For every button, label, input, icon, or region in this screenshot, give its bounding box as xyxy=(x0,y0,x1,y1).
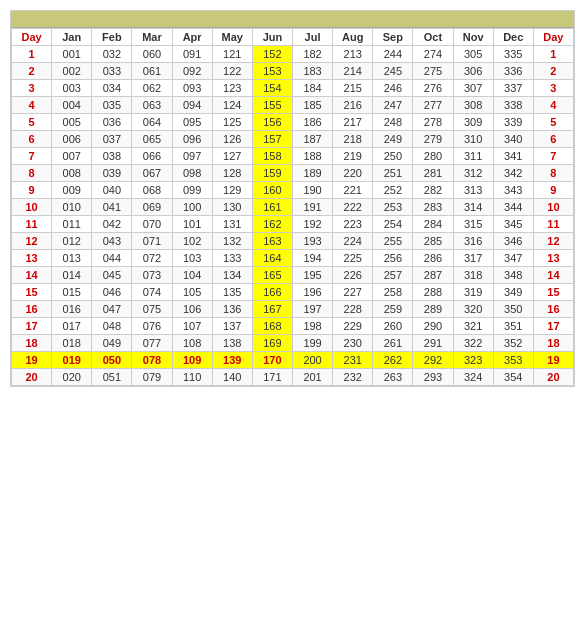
julian-value: 060 xyxy=(132,46,172,63)
day-number-right: 19 xyxy=(533,352,573,369)
julian-value: 320 xyxy=(453,301,493,318)
julian-value: 131 xyxy=(212,216,252,233)
julian-value: 164 xyxy=(252,250,292,267)
julian-value: 196 xyxy=(292,284,332,301)
julian-value: 184 xyxy=(292,80,332,97)
header-jul: Jul xyxy=(292,29,332,46)
table-row: 10010320600911211521822132442743053351 xyxy=(12,46,574,63)
julian-value: 044 xyxy=(92,250,132,267)
julian-value: 313 xyxy=(453,182,493,199)
day-number-left: 18 xyxy=(12,335,52,352)
julian-value: 259 xyxy=(373,301,413,318)
julian-value: 065 xyxy=(132,131,172,148)
julian-value: 109 xyxy=(172,352,212,369)
table-row: 1701704807610713716819822926029032135117 xyxy=(12,318,574,335)
julian-value: 219 xyxy=(333,148,373,165)
julian-value: 154 xyxy=(252,80,292,97)
julian-value: 230 xyxy=(333,335,373,352)
julian-value: 135 xyxy=(212,284,252,301)
julian-value: 309 xyxy=(453,114,493,131)
julian-value: 107 xyxy=(172,318,212,335)
day-number-right: 12 xyxy=(533,233,573,250)
julian-value: 221 xyxy=(333,182,373,199)
julian-value: 336 xyxy=(493,63,533,80)
calendar-container: Day Jan Feb Mar Apr May Jun Jul Aug Sep … xyxy=(10,10,575,387)
julian-value: 339 xyxy=(493,114,533,131)
julian-value: 161 xyxy=(252,199,292,216)
julian-value: 005 xyxy=(52,114,92,131)
julian-value: 223 xyxy=(333,216,373,233)
julian-value: 014 xyxy=(52,267,92,284)
julian-value: 324 xyxy=(453,369,493,386)
julian-value: 351 xyxy=(493,318,533,335)
julian-value: 067 xyxy=(132,165,172,182)
julian-value: 307 xyxy=(453,80,493,97)
julian-value: 073 xyxy=(132,267,172,284)
julian-value: 280 xyxy=(413,148,453,165)
table-row: 80080390670981281591892202512813123428 xyxy=(12,165,574,182)
julian-value: 227 xyxy=(333,284,373,301)
julian-value: 350 xyxy=(493,301,533,318)
julian-value: 274 xyxy=(413,46,453,63)
julian-calendar-table: Day Jan Feb Mar Apr May Jun Jul Aug Sep … xyxy=(11,28,574,386)
table-row: 1001004106910013016119122225328331434410 xyxy=(12,199,574,216)
julian-value: 337 xyxy=(493,80,533,97)
day-number-right: 8 xyxy=(533,165,573,182)
julian-value: 349 xyxy=(493,284,533,301)
julian-value: 001 xyxy=(52,46,92,63)
julian-value: 159 xyxy=(252,165,292,182)
julian-value: 305 xyxy=(453,46,493,63)
julian-value: 003 xyxy=(52,80,92,97)
julian-value: 182 xyxy=(292,46,332,63)
day-number-right: 7 xyxy=(533,148,573,165)
julian-value: 228 xyxy=(333,301,373,318)
julian-value: 190 xyxy=(292,182,332,199)
julian-value: 261 xyxy=(373,335,413,352)
julian-value: 245 xyxy=(373,63,413,80)
julian-value: 012 xyxy=(52,233,92,250)
day-number-left: 15 xyxy=(12,284,52,301)
julian-value: 284 xyxy=(413,216,453,233)
julian-value: 306 xyxy=(453,63,493,80)
julian-value: 103 xyxy=(172,250,212,267)
julian-value: 064 xyxy=(132,114,172,131)
julian-value: 042 xyxy=(92,216,132,233)
julian-value: 101 xyxy=(172,216,212,233)
julian-value: 124 xyxy=(212,97,252,114)
julian-value: 250 xyxy=(373,148,413,165)
julian-value: 293 xyxy=(413,369,453,386)
day-number-right: 3 xyxy=(533,80,573,97)
julian-value: 013 xyxy=(52,250,92,267)
julian-value: 098 xyxy=(172,165,212,182)
julian-value: 072 xyxy=(132,250,172,267)
header-feb: Feb xyxy=(92,29,132,46)
julian-value: 185 xyxy=(292,97,332,114)
julian-value: 075 xyxy=(132,301,172,318)
julian-value: 093 xyxy=(172,80,212,97)
day-number-right: 17 xyxy=(533,318,573,335)
julian-value: 283 xyxy=(413,199,453,216)
julian-value: 019 xyxy=(52,352,92,369)
table-row: 30030340620931231541842152462763073373 xyxy=(12,80,574,97)
julian-value: 319 xyxy=(453,284,493,301)
julian-value: 097 xyxy=(172,148,212,165)
julian-value: 122 xyxy=(212,63,252,80)
table-row: 1201204307110213216319322425528531634612 xyxy=(12,233,574,250)
julian-value: 094 xyxy=(172,97,212,114)
julian-value: 344 xyxy=(493,199,533,216)
julian-value: 278 xyxy=(413,114,453,131)
julian-value: 106 xyxy=(172,301,212,318)
julian-value: 187 xyxy=(292,131,332,148)
julian-value: 166 xyxy=(252,284,292,301)
day-number-left: 20 xyxy=(12,369,52,386)
header-may: May xyxy=(212,29,252,46)
table-row: 1801804907710813816919923026129132235218 xyxy=(12,335,574,352)
header-jan: Jan xyxy=(52,29,92,46)
julian-value: 037 xyxy=(92,131,132,148)
julian-value: 256 xyxy=(373,250,413,267)
table-row: 1401404507310413416519522625728731834814 xyxy=(12,267,574,284)
header-apr: Apr xyxy=(172,29,212,46)
header-day-left: Day xyxy=(12,29,52,46)
julian-value: 197 xyxy=(292,301,332,318)
julian-value: 071 xyxy=(132,233,172,250)
